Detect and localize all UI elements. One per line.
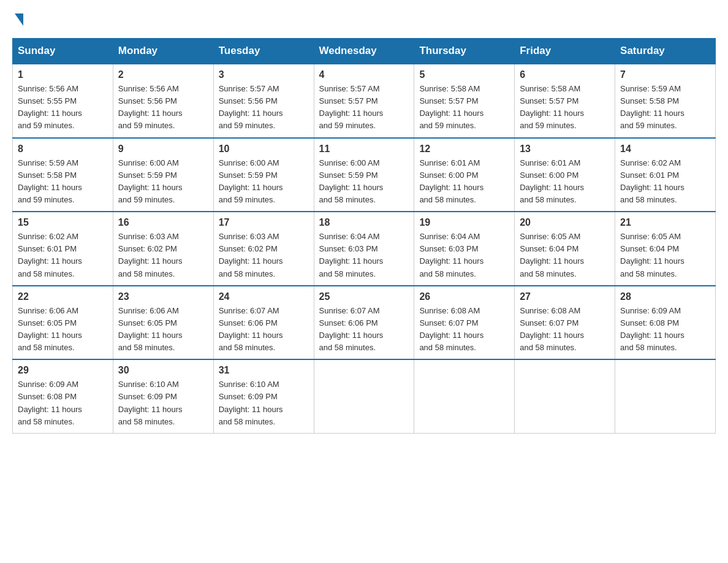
day-number: 11 bbox=[319, 144, 409, 155]
day-info: Sunrise: 6:07 AM Sunset: 6:06 PM Dayligh… bbox=[319, 306, 384, 352]
calendar-cell: 3 Sunrise: 5:57 AM Sunset: 5:56 PM Dayli… bbox=[213, 64, 314, 138]
day-info: Sunrise: 6:04 AM Sunset: 6:03 PM Dayligh… bbox=[419, 232, 483, 278]
calendar-cell: 30 Sunrise: 6:10 AM Sunset: 6:09 PM Dayl… bbox=[113, 359, 213, 433]
day-number: 28 bbox=[620, 291, 710, 302]
day-number: 31 bbox=[219, 365, 309, 376]
day-number: 23 bbox=[118, 291, 208, 302]
day-number: 24 bbox=[219, 291, 309, 302]
calendar-week-4: 22 Sunrise: 6:06 AM Sunset: 6:05 PM Dayl… bbox=[13, 286, 716, 360]
calendar-cell: 4 Sunrise: 5:57 AM Sunset: 5:57 PM Dayli… bbox=[314, 64, 414, 138]
day-number: 16 bbox=[118, 217, 208, 228]
day-number: 4 bbox=[319, 69, 409, 80]
day-info: Sunrise: 6:10 AM Sunset: 6:09 PM Dayligh… bbox=[118, 380, 183, 426]
weekday-header-sunday: Sunday bbox=[13, 39, 113, 64]
calendar-cell: 25 Sunrise: 6:07 AM Sunset: 6:06 PM Dayl… bbox=[314, 286, 414, 360]
day-info: Sunrise: 6:03 AM Sunset: 6:02 PM Dayligh… bbox=[118, 232, 183, 278]
calendar-cell: 19 Sunrise: 6:04 AM Sunset: 6:03 PM Dayl… bbox=[414, 212, 515, 286]
day-number: 18 bbox=[319, 217, 409, 228]
calendar-cell: 18 Sunrise: 6:04 AM Sunset: 6:03 PM Dayl… bbox=[314, 212, 414, 286]
day-info: Sunrise: 6:02 AM Sunset: 6:01 PM Dayligh… bbox=[620, 158, 684, 204]
day-number: 20 bbox=[520, 217, 610, 228]
day-info: Sunrise: 6:09 AM Sunset: 6:08 PM Dayligh… bbox=[620, 306, 684, 352]
page-header bbox=[12, 12, 716, 26]
day-number: 1 bbox=[18, 69, 108, 80]
day-info: Sunrise: 5:59 AM Sunset: 5:58 PM Dayligh… bbox=[620, 84, 684, 130]
day-info: Sunrise: 6:00 AM Sunset: 5:59 PM Dayligh… bbox=[219, 158, 283, 204]
calendar-week-3: 15 Sunrise: 6:02 AM Sunset: 6:01 PM Dayl… bbox=[13, 212, 716, 286]
calendar-cell: 12 Sunrise: 6:01 AM Sunset: 6:00 PM Dayl… bbox=[414, 138, 515, 212]
day-number: 6 bbox=[520, 69, 610, 80]
calendar-cell: 9 Sunrise: 6:00 AM Sunset: 5:59 PM Dayli… bbox=[113, 138, 213, 212]
calendar-table: SundayMondayTuesdayWednesdayThursdayFrid… bbox=[12, 38, 716, 434]
calendar-cell: 23 Sunrise: 6:06 AM Sunset: 6:05 PM Dayl… bbox=[113, 286, 213, 360]
calendar-cell: 11 Sunrise: 6:00 AM Sunset: 5:59 PM Dayl… bbox=[314, 138, 414, 212]
calendar-cell: 29 Sunrise: 6:09 AM Sunset: 6:08 PM Dayl… bbox=[13, 359, 113, 433]
calendar-cell: 22 Sunrise: 6:06 AM Sunset: 6:05 PM Dayl… bbox=[13, 286, 113, 360]
logo-blue-text bbox=[12, 12, 23, 26]
day-info: Sunrise: 5:59 AM Sunset: 5:58 PM Dayligh… bbox=[18, 158, 82, 204]
calendar-cell: 14 Sunrise: 6:02 AM Sunset: 6:01 PM Dayl… bbox=[615, 138, 716, 212]
weekday-header-wednesday: Wednesday bbox=[314, 39, 414, 64]
day-info: Sunrise: 6:05 AM Sunset: 6:04 PM Dayligh… bbox=[620, 232, 684, 278]
calendar-cell: 27 Sunrise: 6:08 AM Sunset: 6:07 PM Dayl… bbox=[515, 286, 615, 360]
calendar-cell: 24 Sunrise: 6:07 AM Sunset: 6:06 PM Dayl… bbox=[213, 286, 314, 360]
calendar-cell: 17 Sunrise: 6:03 AM Sunset: 6:02 PM Dayl… bbox=[213, 212, 314, 286]
weekday-header-friday: Friday bbox=[515, 39, 615, 64]
calendar-cell: 21 Sunrise: 6:05 AM Sunset: 6:04 PM Dayl… bbox=[615, 212, 716, 286]
day-info: Sunrise: 5:58 AM Sunset: 5:57 PM Dayligh… bbox=[520, 84, 584, 130]
weekday-header-thursday: Thursday bbox=[414, 39, 515, 64]
calendar-cell bbox=[414, 359, 515, 433]
calendar-cell: 5 Sunrise: 5:58 AM Sunset: 5:57 PM Dayli… bbox=[414, 64, 515, 138]
weekday-header-monday: Monday bbox=[113, 39, 213, 64]
calendar-cell: 15 Sunrise: 6:02 AM Sunset: 6:01 PM Dayl… bbox=[13, 212, 113, 286]
day-info: Sunrise: 6:03 AM Sunset: 6:02 PM Dayligh… bbox=[219, 232, 283, 278]
day-info: Sunrise: 6:09 AM Sunset: 6:08 PM Dayligh… bbox=[18, 380, 82, 426]
calendar-week-1: 1 Sunrise: 5:56 AM Sunset: 5:55 PM Dayli… bbox=[13, 64, 716, 138]
day-number: 10 bbox=[219, 144, 309, 155]
day-number: 7 bbox=[620, 69, 710, 80]
day-number: 21 bbox=[620, 217, 710, 228]
day-info: Sunrise: 6:04 AM Sunset: 6:03 PM Dayligh… bbox=[319, 232, 384, 278]
day-info: Sunrise: 5:57 AM Sunset: 5:57 PM Dayligh… bbox=[319, 84, 384, 130]
day-number: 29 bbox=[18, 365, 108, 376]
day-number: 15 bbox=[18, 217, 108, 228]
calendar-cell: 20 Sunrise: 6:05 AM Sunset: 6:04 PM Dayl… bbox=[515, 212, 615, 286]
day-number: 9 bbox=[118, 144, 208, 155]
day-number: 30 bbox=[118, 365, 208, 376]
day-info: Sunrise: 6:00 AM Sunset: 5:59 PM Dayligh… bbox=[118, 158, 183, 204]
day-info: Sunrise: 6:10 AM Sunset: 6:09 PM Dayligh… bbox=[219, 380, 283, 426]
day-info: Sunrise: 5:56 AM Sunset: 5:55 PM Dayligh… bbox=[18, 84, 82, 130]
weekday-header-tuesday: Tuesday bbox=[213, 39, 314, 64]
day-info: Sunrise: 5:57 AM Sunset: 5:56 PM Dayligh… bbox=[219, 84, 283, 130]
calendar-cell bbox=[314, 359, 414, 433]
day-info: Sunrise: 5:56 AM Sunset: 5:56 PM Dayligh… bbox=[118, 84, 183, 130]
day-info: Sunrise: 6:00 AM Sunset: 5:59 PM Dayligh… bbox=[319, 158, 384, 204]
day-info: Sunrise: 6:08 AM Sunset: 6:07 PM Dayligh… bbox=[520, 306, 584, 352]
weekday-header-row: SundayMondayTuesdayWednesdayThursdayFrid… bbox=[13, 39, 716, 64]
day-info: Sunrise: 6:05 AM Sunset: 6:04 PM Dayligh… bbox=[520, 232, 584, 278]
day-number: 14 bbox=[620, 144, 710, 155]
day-number: 2 bbox=[118, 69, 208, 80]
day-number: 8 bbox=[18, 144, 108, 155]
calendar-cell: 28 Sunrise: 6:09 AM Sunset: 6:08 PM Dayl… bbox=[615, 286, 716, 360]
day-info: Sunrise: 6:06 AM Sunset: 6:05 PM Dayligh… bbox=[18, 306, 82, 352]
day-info: Sunrise: 6:06 AM Sunset: 6:05 PM Dayligh… bbox=[118, 306, 183, 352]
day-number: 13 bbox=[520, 144, 610, 155]
calendar-cell: 8 Sunrise: 5:59 AM Sunset: 5:58 PM Dayli… bbox=[13, 138, 113, 212]
day-number: 3 bbox=[219, 69, 309, 80]
calendar-cell: 26 Sunrise: 6:08 AM Sunset: 6:07 PM Dayl… bbox=[414, 286, 515, 360]
day-info: Sunrise: 6:02 AM Sunset: 6:01 PM Dayligh… bbox=[18, 232, 82, 278]
calendar-cell: 31 Sunrise: 6:10 AM Sunset: 6:09 PM Dayl… bbox=[213, 359, 314, 433]
day-number: 5 bbox=[419, 69, 509, 80]
day-number: 26 bbox=[419, 291, 509, 302]
day-number: 12 bbox=[419, 144, 509, 155]
day-number: 27 bbox=[520, 291, 610, 302]
day-info: Sunrise: 6:08 AM Sunset: 6:07 PM Dayligh… bbox=[419, 306, 483, 352]
logo bbox=[12, 12, 23, 26]
calendar-cell: 7 Sunrise: 5:59 AM Sunset: 5:58 PM Dayli… bbox=[615, 64, 716, 138]
day-info: Sunrise: 6:01 AM Sunset: 6:00 PM Dayligh… bbox=[419, 158, 483, 204]
day-number: 19 bbox=[419, 217, 509, 228]
calendar-cell: 1 Sunrise: 5:56 AM Sunset: 5:55 PM Dayli… bbox=[13, 64, 113, 138]
calendar-week-5: 29 Sunrise: 6:09 AM Sunset: 6:08 PM Dayl… bbox=[13, 359, 716, 433]
calendar-week-2: 8 Sunrise: 5:59 AM Sunset: 5:58 PM Dayli… bbox=[13, 138, 716, 212]
